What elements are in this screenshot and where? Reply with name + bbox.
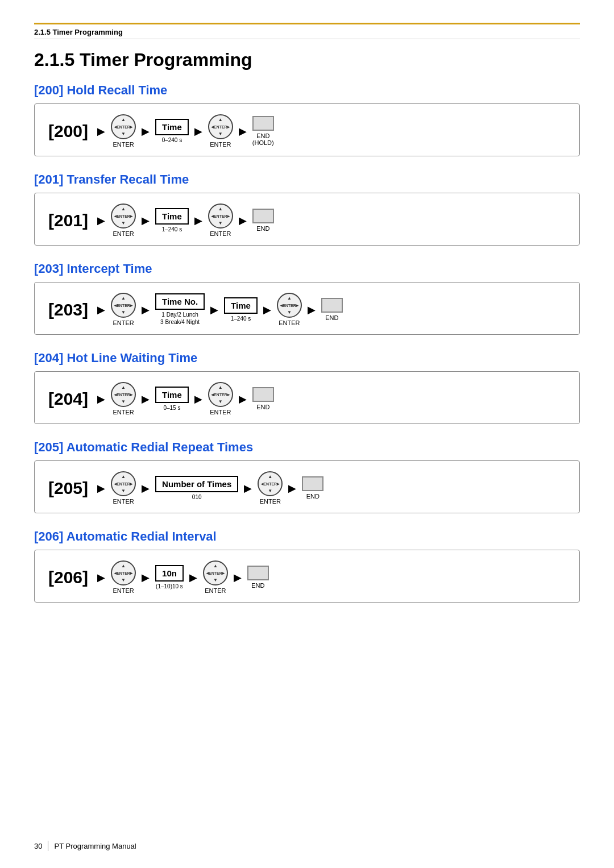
box-label-text-206-1: 10n: [155, 565, 184, 582]
enter-label-205-2: ENTER: [260, 498, 281, 505]
box-label-201-1: Time1–240 s: [155, 208, 189, 233]
arrow-203-1: ▶: [142, 304, 150, 316]
arrow-204-1: ▶: [142, 393, 150, 405]
arrow-200-1: ▶: [142, 125, 150, 138]
arrow-205-0: ▶: [97, 482, 105, 495]
end-box-rect-201-3: [252, 209, 274, 223]
section-heading-201: [201] Transfer Recall Time: [34, 172, 580, 187]
section-heading-200: [200] Hold Recall Time: [34, 83, 580, 98]
box-label-sub-205-1: 010: [192, 493, 202, 501]
box-label-text-203-2: Time: [224, 297, 258, 314]
enter-btn-206-0: ▲ ENTER ▼ ◄ ► ENTER: [111, 560, 136, 594]
end-box-206-3: END: [247, 566, 269, 589]
sections-container: [200] Hold Recall Time[200]▶ ▲ ENTER ▼ ◄…: [34, 83, 580, 603]
end-box-rect-206-3: [247, 566, 269, 580]
section-header-label: 2.1.5 Timer Programming: [34, 28, 123, 36]
code-label-203: [203]: [48, 300, 88, 319]
enter-btn-200-2: ▲ ENTER ▼ ◄ ► ENTER: [208, 114, 233, 148]
box-label-206-1: 10n(1–10)10 s: [155, 565, 184, 590]
code-label-206: [206]: [48, 568, 88, 587]
end-box-label-205-3: END: [306, 493, 320, 500]
diagram-box-203: [203]▶ ▲ ENTER ▼ ◄ ► ENTER▶Time No.1 Day…: [34, 282, 580, 335]
box-label-sub-206-1: (1–10)10 s: [156, 583, 183, 590]
arrow-201-3: ▶: [239, 214, 247, 227]
end-box-rect-205-3: [302, 476, 323, 491]
box-label-sub-204-1: 0–15 s: [163, 404, 180, 412]
enter-label-201-2: ENTER: [210, 230, 231, 237]
diagram-box-200: [200]▶ ▲ ENTER ▼ ◄ ► ENTER▶Time0–240 s▶ …: [34, 103, 580, 156]
enter-label-201-0: ENTER: [113, 230, 134, 237]
arrow-203-3: ▶: [263, 304, 271, 316]
footer-manual-title: PT Programming Manual: [54, 842, 136, 850]
enter-btn-201-0: ▲ ENTER ▼ ◄ ► ENTER: [111, 203, 136, 237]
section-heading-204: [204] Hot Line Waiting Time: [34, 351, 580, 366]
end-box-203-4: END: [321, 298, 343, 321]
box-label-sub-201-1: 1–240 s: [162, 226, 182, 233]
diagram-box-206: [206]▶ ▲ ENTER ▼ ◄ ► ENTER▶10n(1–10)10 s…: [34, 550, 580, 603]
end-box-label-206-3: END: [251, 582, 264, 589]
arrow-201-1: ▶: [142, 214, 150, 227]
enter-label-205-0: ENTER: [113, 498, 134, 505]
arrow-200-3: ▶: [239, 125, 247, 138]
section-header-bar: 2.1.5 Timer Programming: [34, 23, 580, 39]
enter-label-204-2: ENTER: [210, 409, 231, 416]
box-label-204-1: Time0–15 s: [155, 387, 189, 412]
end-box-rect-200-3: [252, 116, 274, 131]
enter-btn-205-2: ▲ ENTER ▼ ◄ ► ENTER: [258, 471, 283, 505]
code-label-205: [205]: [48, 479, 88, 498]
end-box-rect-203-4: [321, 298, 343, 313]
end-box-200-3: END (HOLD): [252, 116, 274, 146]
box-label-203-1: Time No.1 Day/2 Lunch 3 Break/4 Night: [155, 293, 205, 326]
arrow-201-0: ▶: [97, 214, 105, 227]
code-label-201: [201]: [48, 211, 88, 230]
arrow-206-1: ▶: [142, 571, 150, 584]
enter-btn-203-0: ▲ ENTER ▼ ◄ ► ENTER: [111, 293, 136, 326]
end-box-label-203-4: END: [325, 314, 338, 321]
footer-divider: [48, 841, 48, 851]
enter-btn-200-0: ▲ ENTER ▼ ◄ ► ENTER: [111, 114, 136, 148]
enter-btn-203-3: ▲ ENTER ▼ ◄ ► ENTER: [277, 293, 302, 326]
box-label-205-1: Number of Times010: [155, 476, 238, 501]
box-label-200-1: Time0–240 s: [155, 119, 189, 144]
arrow-204-2: ▶: [194, 393, 202, 405]
enter-label-200-0: ENTER: [113, 141, 134, 148]
arrow-205-1: ▶: [142, 482, 150, 495]
box-label-sub-200-1: 0–240 s: [162, 136, 182, 144]
footer-page-number: 30: [34, 842, 42, 850]
enter-label-203-0: ENTER: [113, 319, 134, 326]
arrow-200-0: ▶: [97, 125, 105, 138]
box-label-text-200-1: Time: [155, 119, 189, 135]
arrow-204-0: ▶: [97, 393, 105, 405]
enter-label-200-2: ENTER: [210, 141, 231, 148]
section-heading-203: [203] Intercept Time: [34, 261, 580, 276]
code-label-200: [200]: [48, 122, 88, 141]
page-container: 2.1.5 Timer Programming 2.1.5 Timer Prog…: [0, 0, 614, 653]
end-box-label-200-3: END (HOLD): [252, 132, 274, 146]
enter-btn-204-0: ▲ ENTER ▼ ◄ ► ENTER: [111, 382, 136, 416]
enter-label-204-0: ENTER: [113, 409, 134, 416]
code-label-204: [204]: [48, 389, 88, 409]
end-box-rect-204-3: [252, 387, 274, 402]
arrow-203-4: ▶: [308, 304, 316, 316]
arrow-203-0: ▶: [97, 304, 105, 316]
section-heading-205: [205] Automatic Redial Repeat Times: [34, 440, 580, 455]
enter-label-206-0: ENTER: [113, 587, 134, 594]
arrow-203-2: ▶: [210, 304, 218, 316]
box-label-text-203-1: Time No.: [155, 293, 205, 310]
end-box-201-3: END: [252, 209, 274, 232]
end-box-204-3: END: [252, 387, 274, 410]
arrow-201-2: ▶: [194, 214, 202, 227]
enter-label-206-2: ENTER: [205, 587, 226, 594]
end-box-205-3: END: [302, 476, 323, 500]
enter-label-203-3: ENTER: [279, 319, 300, 326]
arrow-204-3: ▶: [239, 393, 247, 405]
box-label-203-2: Time1–240 s: [224, 297, 258, 322]
page-footer: 30 PT Programming Manual: [34, 841, 580, 851]
arrow-206-2: ▶: [189, 571, 197, 584]
enter-btn-201-2: ▲ ENTER ▼ ◄ ► ENTER: [208, 203, 233, 237]
end-box-label-201-3: END: [256, 225, 269, 232]
arrow-200-2: ▶: [194, 125, 202, 138]
end-box-label-204-3: END: [256, 404, 269, 410]
enter-btn-206-2: ▲ ENTER ▼ ◄ ► ENTER: [203, 560, 228, 594]
diagram-box-201: [201]▶ ▲ ENTER ▼ ◄ ► ENTER▶Time1–240 s▶ …: [34, 193, 580, 246]
